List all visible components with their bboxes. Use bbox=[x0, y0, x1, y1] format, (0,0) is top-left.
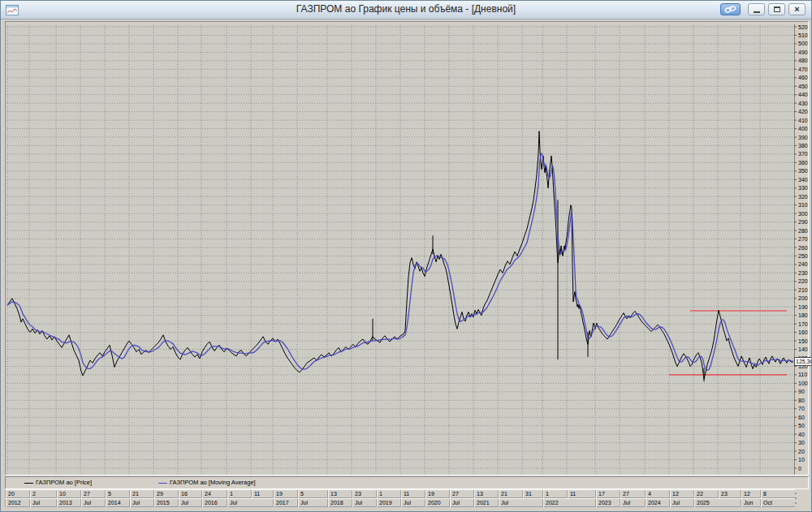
price-scale-label: 340 bbox=[798, 177, 808, 183]
price-scale-label: 230 bbox=[798, 270, 808, 276]
price-scale-label: 350 bbox=[798, 168, 808, 174]
x-axis-day-label: 12 bbox=[741, 490, 760, 498]
chart-window: ГАЗПРОМ ао График цены и объёма - [Дневн… bbox=[0, 0, 812, 512]
x-axis-period-label: 2022 bbox=[542, 499, 595, 507]
x-axis-day-label: 10 bbox=[56, 490, 80, 498]
price-scale-label: 220 bbox=[798, 278, 808, 284]
price-scale-label: 90 bbox=[798, 389, 805, 394]
price-scale-label: 390 bbox=[798, 135, 808, 140]
price-scale-label: 240 bbox=[798, 261, 808, 267]
price-scale-label: 500 bbox=[798, 41, 808, 46]
x-axis-day-label: 23 bbox=[718, 490, 741, 498]
x-axis-day-label: 21 bbox=[129, 490, 153, 498]
x-axis-period-label: Jul bbox=[29, 499, 56, 507]
x-axis-day-label: 11 bbox=[251, 490, 273, 498]
legend-moving-average-label: ГАЗПРОМ ао [Moving Average] bbox=[170, 479, 256, 486]
x-axis-day-label: 27 bbox=[620, 490, 645, 498]
price-scale-label: 300 bbox=[798, 211, 808, 217]
x-axis-period-label: Jul bbox=[400, 499, 425, 507]
price-scale-label: 370 bbox=[798, 151, 808, 157]
x-axis-day-label: 19 bbox=[425, 490, 449, 498]
price-scale-label: 420 bbox=[798, 109, 808, 114]
price-scale-label: 10 bbox=[798, 457, 805, 463]
price-scale-label: 30 bbox=[798, 440, 805, 445]
x-axis-day-label: 20 bbox=[5, 490, 29, 498]
price-scale-label: 470 bbox=[798, 67, 808, 72]
x-axis-day-label: 23 bbox=[352, 490, 376, 498]
price-scale-label: 190 bbox=[798, 304, 808, 310]
price-scale-label: 490 bbox=[798, 49, 808, 55]
x-axis-period-label: 2013 bbox=[56, 499, 80, 507]
price-scale-label: 270 bbox=[798, 236, 808, 242]
x-axis-period-label: 2014 bbox=[105, 499, 129, 507]
price-scale-label: 50 bbox=[798, 423, 805, 428]
price-scale-label: 450 bbox=[798, 84, 808, 89]
legend-price-label: ГАЗПРОМ ао [Price] bbox=[36, 479, 92, 486]
x-axis-period-label: Jul bbox=[620, 499, 645, 507]
x-axis-day-label: 5 bbox=[105, 490, 129, 498]
price-scale-label: 260 bbox=[798, 245, 808, 251]
x-axis-day-label: 4 bbox=[645, 490, 669, 498]
price-scale-label: 170 bbox=[798, 321, 808, 327]
x-axis-day-row: 2021027521291624111195132311119271321311… bbox=[5, 489, 795, 498]
price-scale-label: 70 bbox=[798, 406, 805, 411]
price-scale-label: 100 bbox=[798, 381, 808, 386]
x-axis-day-label: 17 bbox=[595, 490, 620, 498]
price-scale-label: 0 bbox=[798, 466, 801, 471]
x-axis-day-label: 5 bbox=[297, 490, 327, 498]
x-axis-period-label: Jul bbox=[80, 499, 105, 507]
x-axis-day-label: 22 bbox=[693, 490, 718, 498]
x-axis-period-label: 2023 bbox=[595, 499, 620, 507]
x-axis-period-label: 2012 bbox=[5, 499, 29, 507]
price-scale-label: 480 bbox=[798, 58, 808, 63]
x-axis-day-label: 21 bbox=[498, 490, 522, 498]
price-scale-label: 440 bbox=[798, 92, 808, 97]
x-axis-period-label: 2017 bbox=[273, 499, 297, 507]
x-axis-day-label: 1 bbox=[227, 490, 251, 498]
price-chart[interactable]: 0102030405060708090100110120130140150160… bbox=[1, 1, 812, 512]
price-scale-label: 430 bbox=[798, 101, 808, 106]
x-axis-day-label: 12 bbox=[669, 490, 693, 498]
x-axis-period-label: 2025 bbox=[693, 499, 741, 507]
price-series-swatch bbox=[24, 483, 33, 484]
x-axis-day-label: 19 bbox=[273, 490, 297, 498]
x-axis-period-label: 2015 bbox=[153, 499, 178, 507]
price-scale-label: 150 bbox=[798, 338, 808, 344]
price-scale-label: 310 bbox=[798, 202, 808, 208]
legend: ГАЗПРОМ ао [Price] ГАЗПРОМ ао [Moving Av… bbox=[5, 476, 809, 489]
x-axis-period-label: 2018 bbox=[327, 499, 352, 507]
x-axis-period-row: 2012Jul2013Jul2014Jul2015Jul2016Jul2017J… bbox=[5, 498, 795, 507]
x-axis-period-label: 2020 bbox=[425, 499, 449, 507]
x-axis-period-label: Jul bbox=[178, 499, 201, 507]
x-axis-period-label: Jul bbox=[129, 499, 153, 507]
price-scale-label: 20 bbox=[798, 449, 805, 454]
x-axis-day-label: 11 bbox=[400, 490, 425, 498]
price-scale-label: 330 bbox=[798, 185, 808, 191]
x-axis-day-label: 2 bbox=[29, 490, 56, 498]
price-scale-label: 290 bbox=[798, 219, 808, 225]
price-scale-label: 510 bbox=[798, 32, 808, 38]
price-scale-label: 400 bbox=[798, 126, 808, 131]
price-scale-label: 200 bbox=[798, 295, 808, 301]
price-scale-label: 180 bbox=[798, 312, 808, 318]
x-axis-period-label: 2019 bbox=[376, 499, 400, 507]
x-axis-day-label: 11 bbox=[567, 490, 595, 498]
x-axis-day-label: 8 bbox=[760, 490, 783, 498]
x-axis-day-label: 29 bbox=[153, 490, 178, 498]
x-axis-period-label: Oct bbox=[760, 499, 783, 507]
x-axis-day-label: 1 bbox=[376, 490, 400, 498]
price-scale-label: 360 bbox=[798, 160, 808, 166]
x-axis-period-label: 2016 bbox=[201, 499, 227, 507]
x-axis-period-label: Jul bbox=[449, 499, 473, 507]
x-axis[interactable]: 2021027521291624111195132311119271321311… bbox=[5, 489, 795, 508]
price-scale-label: 380 bbox=[798, 143, 808, 148]
x-axis-day-label: 31 bbox=[522, 490, 542, 498]
x-axis-day-label: 13 bbox=[327, 490, 352, 498]
x-axis-period-label: Jun bbox=[741, 499, 760, 507]
x-axis-period-label: Jul bbox=[669, 499, 693, 507]
price-scale-label: 250 bbox=[798, 253, 808, 259]
last-price-label: 125,36 bbox=[794, 357, 812, 366]
x-axis-day-label: 27 bbox=[80, 490, 105, 498]
price-scale-label: 520 bbox=[798, 24, 808, 30]
moving-average-swatch bbox=[158, 483, 167, 484]
